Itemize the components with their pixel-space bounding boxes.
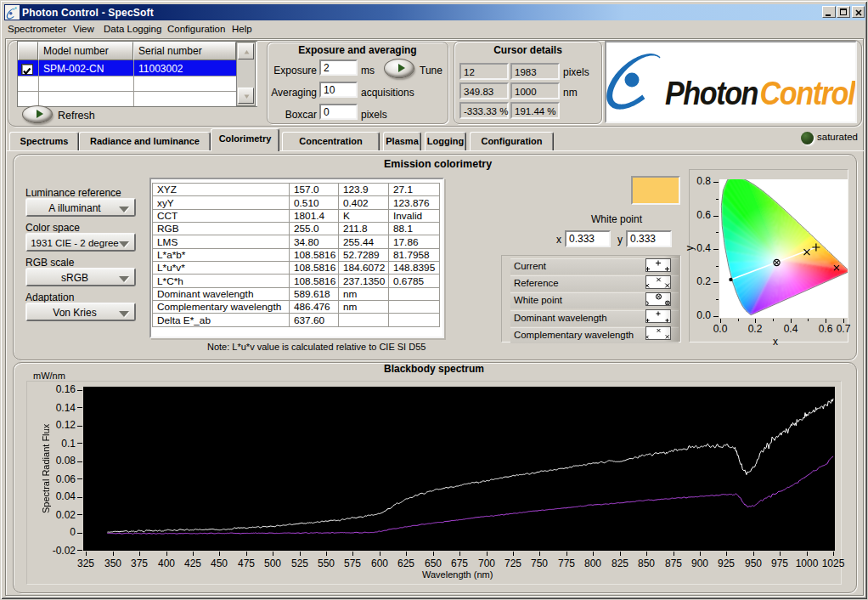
svg-text:Photon: Photon bbox=[665, 75, 758, 111]
svg-text:Control: Control bbox=[760, 75, 855, 111]
